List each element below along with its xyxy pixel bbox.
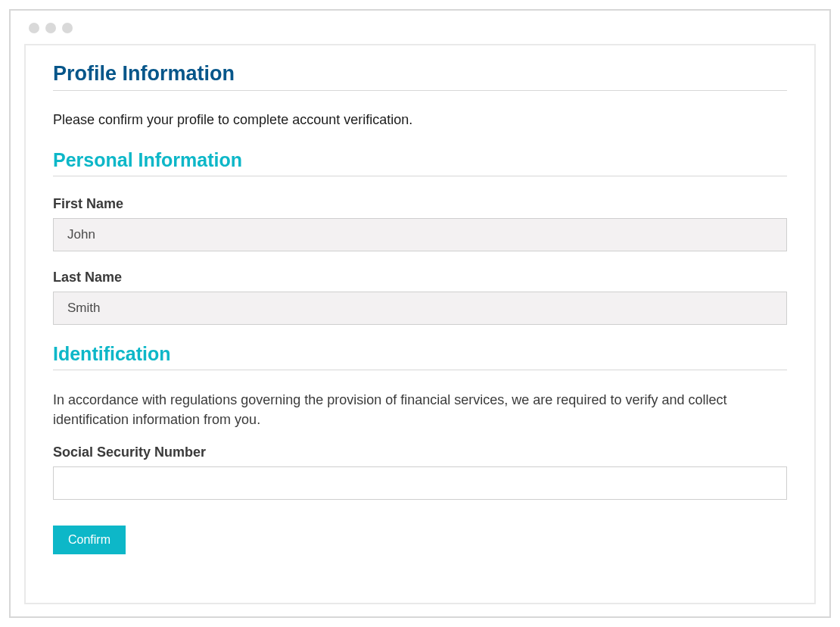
window-dot bbox=[29, 23, 39, 33]
page-title: Profile Information bbox=[53, 62, 787, 91]
first-name-group: First Name bbox=[53, 196, 787, 251]
ssn-input[interactable] bbox=[53, 466, 787, 500]
ssn-group: Social Security Number bbox=[53, 445, 787, 500]
first-name-label: First Name bbox=[53, 196, 787, 212]
last-name-label: Last Name bbox=[53, 270, 787, 285]
section-personal-heading: Personal Information bbox=[53, 149, 787, 176]
window-frame: Profile Information Please confirm your … bbox=[9, 9, 831, 618]
section-identification-heading: Identification bbox=[53, 343, 787, 370]
intro-text: Please confirm your profile to complete … bbox=[53, 112, 787, 128]
ssn-label: Social Security Number bbox=[53, 445, 787, 460]
first-name-input[interactable] bbox=[53, 218, 787, 251]
window-controls bbox=[11, 11, 829, 33]
last-name-input[interactable] bbox=[53, 292, 787, 325]
confirm-button[interactable]: Confirm bbox=[53, 526, 126, 554]
identification-description: In accordance with regulations governing… bbox=[53, 390, 787, 429]
last-name-group: Last Name bbox=[53, 270, 787, 325]
window-dot bbox=[45, 23, 56, 33]
content-frame: Profile Information Please confirm your … bbox=[24, 44, 816, 604]
window-dot bbox=[62, 23, 73, 33]
